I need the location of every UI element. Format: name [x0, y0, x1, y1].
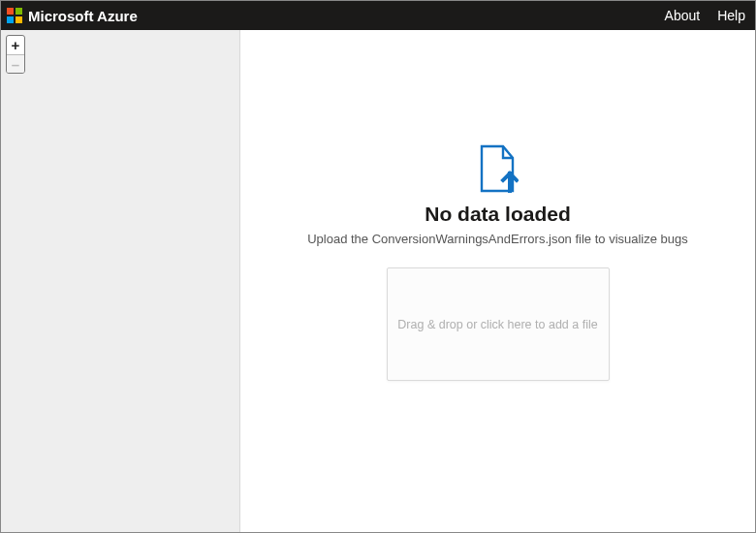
help-link[interactable]: Help: [717, 8, 745, 23]
empty-state-title: No data loaded: [425, 203, 571, 226]
zoom-out-button[interactable]: –: [7, 54, 24, 73]
empty-state-subtitle: Upload the ConversionWarningsAndErrors.j…: [307, 232, 688, 246]
content-panel: No data loaded Upload the ConversionWarn…: [240, 30, 755, 532]
topbar: Microsoft Azure About Help: [1, 1, 755, 30]
svg-rect-3: [501, 170, 519, 193]
dropzone-label: Drag & drop or click here to add a file: [397, 318, 597, 331]
main-area: + – No data loaded Upload the Conversion…: [1, 30, 755, 532]
upload-file-icon: [478, 144, 519, 193]
about-link[interactable]: About: [665, 8, 701, 23]
brand-name: Microsoft Azure: [28, 8, 138, 24]
zoom-control: + –: [6, 35, 25, 74]
microsoft-logo-icon: [7, 8, 22, 23]
file-dropzone[interactable]: Drag & drop or click here to add a file: [387, 267, 610, 381]
sidebar-panel: + –: [1, 30, 240, 532]
zoom-in-button[interactable]: +: [7, 36, 24, 54]
